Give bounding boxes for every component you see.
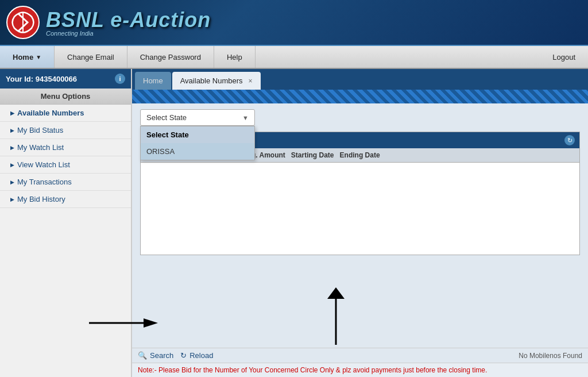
sidebar-item-available-numbers[interactable]: ▶ Available Numbers <box>0 105 131 122</box>
logo-area: BSNL e-Auction Connecting India <box>6 5 211 40</box>
triangle-icon: ▶ <box>10 179 14 185</box>
sidebar-item-my-watch-list[interactable]: ▶ My Watch List <box>0 139 131 156</box>
logo-text-area: BSNL e-Auction Connecting India <box>46 8 211 37</box>
nav-home[interactable]: Home ▼ <box>0 46 55 68</box>
sidebar-item-my-bid-history[interactable]: ▶ My Bid History <box>0 191 131 208</box>
tab-home[interactable]: Home <box>135 72 171 90</box>
dropdown-menu: Select State ORISSA <box>140 126 255 160</box>
stripe-bar <box>132 90 588 103</box>
sidebar-item-my-transactions[interactable]: ▶ My Transactions <box>0 174 131 191</box>
bottom-bar: 🔍 Search ↻ Reload No Mobilenos Found <box>132 348 588 363</box>
close-tab-icon[interactable]: × <box>249 77 253 85</box>
chevron-down-icon: ▼ <box>242 114 249 121</box>
up-arrow-annotation <box>322 287 350 345</box>
reload-button[interactable]: ↻ Reload <box>180 351 213 360</box>
search-icon: 🔍 <box>138 351 147 360</box>
logo-title: BSNL e-Auction <box>46 8 211 32</box>
select-state-label: Select State <box>146 113 187 122</box>
note-bar: Note:- Please Bid for the Number of Your… <box>132 363 588 377</box>
svg-marker-4 <box>327 287 345 299</box>
sidebar-item-my-bid-status[interactable]: ▶ My Bid Status <box>0 122 131 139</box>
table-body <box>141 163 579 255</box>
col-ending-date: Ending Date <box>340 151 380 159</box>
menu-options-label: Menu Options <box>0 89 131 105</box>
nav-help[interactable]: Help <box>214 46 256 68</box>
sidebar-item-view-watch-list[interactable]: ▶ View Watch List <box>0 156 131 174</box>
triangle-icon: ▶ <box>10 128 14 133</box>
no-results-label: No Mobilenos Found <box>519 352 582 360</box>
select-state-container: Select State ▼ Select State ORISSA <box>140 109 255 126</box>
search-button[interactable]: 🔍 Search <box>138 351 173 360</box>
info-icon[interactable]: i <box>115 74 125 84</box>
bsnl-logo-icon <box>6 5 40 40</box>
main-layout: Your Id: 9435400066 i Menu Options ▶ Ava… <box>0 69 588 377</box>
select-state-button[interactable]: Select State ▼ <box>140 109 255 126</box>
triangle-icon: ▶ <box>10 110 14 116</box>
user-id-bar: Your Id: 9435400066 i <box>0 69 131 89</box>
sidebar: Your Id: 9435400066 i Menu Options ▶ Ava… <box>0 69 132 377</box>
nav-change-email[interactable]: Change Email <box>55 46 127 68</box>
nav-change-password[interactable]: Change Password <box>127 46 214 68</box>
logout-button[interactable]: Logout <box>540 46 588 68</box>
tab-available-numbers[interactable]: Available Numbers × <box>172 72 261 90</box>
inner-content: Select State ▼ Select State ORISSA <box>132 103 588 348</box>
triangle-icon: ▶ <box>10 162 14 168</box>
reload-icon: ↻ <box>180 351 187 360</box>
dropdown-item-orissa[interactable]: ORISSA <box>141 143 254 160</box>
refresh-icon[interactable]: ↻ <box>564 135 575 145</box>
content-area: Home Available Numbers × Select State ▼ … <box>132 69 588 377</box>
navbar: Home ▼ Change Email Change Password Help… <box>0 46 588 69</box>
triangle-icon: ▶ <box>10 197 14 202</box>
home-arrow-icon: ▼ <box>36 54 41 60</box>
dropdown-item-select-state[interactable]: Select State <box>141 126 254 143</box>
col-starting-date: Starting Date <box>291 151 334 159</box>
tabs-bar: Home Available Numbers × <box>132 69 588 90</box>
triangle-icon: ▶ <box>10 145 14 151</box>
header: BSNL e-Auction Connecting India <box>0 0 588 46</box>
user-id-label: Your Id: 9435400066 <box>6 75 77 83</box>
